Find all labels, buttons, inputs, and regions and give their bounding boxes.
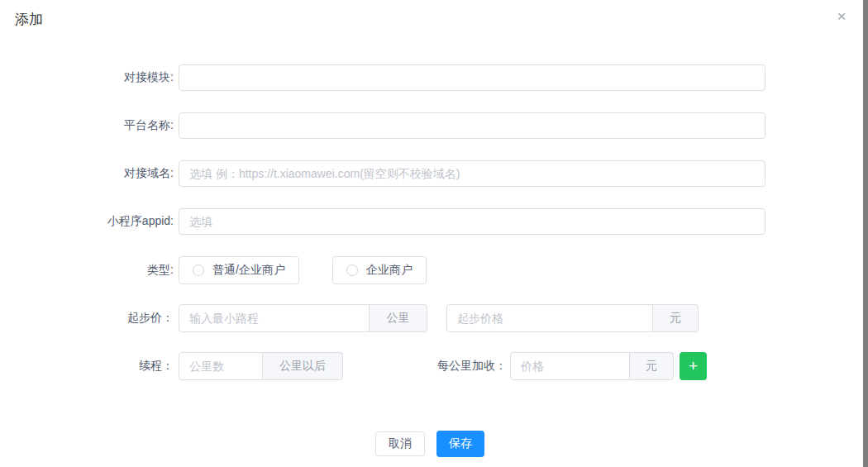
cancel-button[interactable]: 取消 bbox=[375, 431, 425, 456]
radio-option-label: 普通/企业商户 bbox=[212, 263, 285, 278]
per-km-price-group: 元 bbox=[510, 352, 674, 380]
platform-name-input[interactable] bbox=[179, 112, 765, 139]
domain-input[interactable] bbox=[179, 160, 765, 187]
module-label: 对接模块: bbox=[0, 70, 174, 85]
form-row-domain: 对接域名: bbox=[0, 160, 860, 187]
form-row-module: 对接模块: bbox=[0, 64, 860, 91]
continuation-label: 续程： bbox=[0, 359, 174, 374]
type-option-normal-merchant[interactable]: 普通/企业商户 bbox=[179, 256, 299, 284]
per-km-surcharge-label: 每公里加收： bbox=[343, 359, 510, 374]
platform-label: 平台名称: bbox=[0, 118, 174, 133]
module-input[interactable] bbox=[179, 64, 765, 91]
close-icon[interactable]: × bbox=[832, 7, 851, 26]
type-label: 类型: bbox=[0, 263, 174, 278]
form-row-appid: 小程序appid: bbox=[0, 208, 860, 235]
continuation-km-input[interactable] bbox=[179, 352, 263, 380]
start-price-label: 起步价： bbox=[0, 311, 174, 326]
per-km-price-unit: 元 bbox=[630, 352, 674, 380]
dialog-title: 添加 bbox=[15, 10, 43, 29]
appid-label: 小程序appid: bbox=[0, 214, 174, 229]
start-price-input[interactable] bbox=[446, 304, 653, 332]
appid-input[interactable] bbox=[179, 208, 765, 235]
min-distance-group: 公里 bbox=[179, 304, 427, 332]
form-row-start-price: 起步价： 公里 元 bbox=[0, 304, 860, 332]
domain-label: 对接域名: bbox=[0, 166, 174, 181]
start-price-group: 元 bbox=[446, 304, 699, 332]
radio-icon[interactable] bbox=[346, 264, 358, 276]
start-price-unit: 元 bbox=[653, 304, 699, 332]
radio-option-label: 企业商户 bbox=[366, 263, 413, 278]
save-button[interactable]: 保存 bbox=[436, 431, 484, 457]
type-option-enterprise-merchant[interactable]: 企业商户 bbox=[332, 256, 427, 284]
form-row-platform: 平台名称: bbox=[0, 112, 860, 139]
dialog-footer: 取消 保存 bbox=[0, 431, 860, 457]
min-distance-input[interactable] bbox=[179, 304, 370, 332]
continuation-km-unit: 公里以后 bbox=[263, 352, 343, 380]
min-distance-unit: 公里 bbox=[370, 304, 427, 332]
per-km-price-input[interactable] bbox=[510, 352, 630, 380]
form-row-continuation: 续程： 公里以后 每公里加收： 元 + bbox=[0, 352, 860, 380]
vertical-scrollbar[interactable] bbox=[863, 0, 868, 467]
add-tier-button[interactable]: + bbox=[680, 352, 707, 380]
form-row-type: 类型: 普通/企业商户 企业商户 bbox=[0, 256, 860, 284]
continuation-km-group: 公里以后 bbox=[179, 352, 343, 380]
radio-icon[interactable] bbox=[193, 264, 204, 276]
add-form: 对接模块: 平台名称: 对接域名: 小程序appid: 类型: 普通/企业商户 bbox=[0, 64, 860, 400]
